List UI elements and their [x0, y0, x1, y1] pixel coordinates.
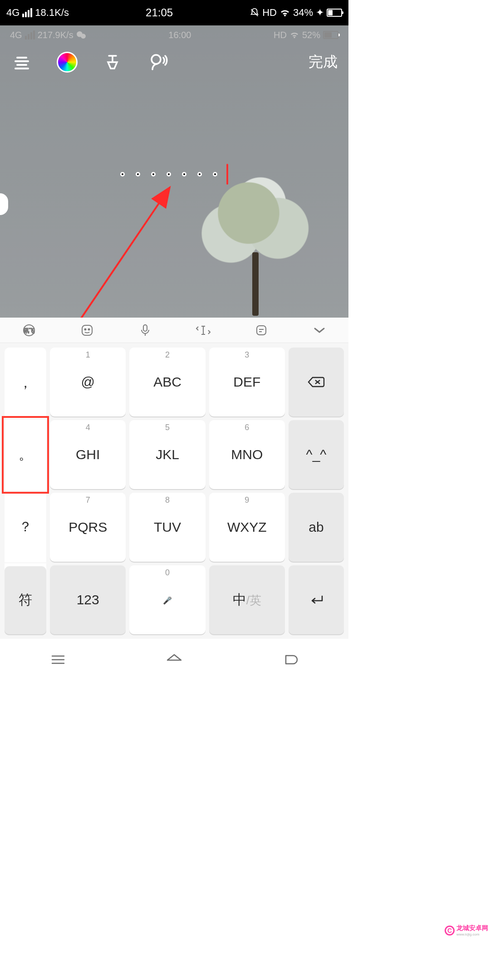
- hd-indicator: HD: [262, 7, 277, 19]
- key-2-abc[interactable]: 2ABC: [129, 348, 205, 416]
- clock: 21:05: [146, 6, 173, 19]
- punctuation-key[interactable]: ，: [5, 348, 46, 419]
- home-button[interactable]: [161, 651, 188, 669]
- wechat-icon: [76, 31, 86, 39]
- svg-rect-10: [82, 325, 92, 335]
- voice-input-button[interactable]: [135, 320, 155, 340]
- backspace-key[interactable]: [289, 348, 344, 416]
- key-9-wxyz[interactable]: 9WXYZ: [209, 493, 285, 562]
- back-button[interactable]: [277, 651, 304, 669]
- inner-battery-percent: 52%: [302, 30, 320, 40]
- svg-point-6: [152, 55, 161, 64]
- inner-battery-icon: [323, 31, 338, 39]
- language-toggle-key[interactable]: 中/英: [209, 565, 285, 634]
- punctuation-key[interactable]: 。: [5, 419, 46, 490]
- emoticon-key[interactable]: ^_^: [289, 420, 344, 489]
- key-3-def[interactable]: 3DEF: [209, 348, 285, 416]
- keyboard-grid: ，。？！ 1@ 2ABC 3DEF 4GHI 5JKL 6MNO ^_^ 7PQ…: [0, 343, 348, 639]
- emoji-panel-button[interactable]: [77, 320, 97, 340]
- font-style-button[interactable]: [102, 51, 123, 73]
- color-picker-button[interactable]: [56, 51, 78, 73]
- svg-point-11: [85, 328, 86, 330]
- enter-key[interactable]: [289, 565, 344, 634]
- key-7-pqrs[interactable]: 7PQRS: [50, 493, 126, 562]
- inner-clock: 16:00: [168, 30, 191, 40]
- network-type: 4G: [6, 7, 20, 19]
- key-5-jkl[interactable]: 5JKL: [129, 420, 205, 489]
- svg-point-1: [81, 34, 86, 39]
- text-to-speech-button[interactable]: [147, 51, 169, 73]
- key-4-ghi[interactable]: 4GHI: [50, 420, 126, 489]
- text-caret: [226, 164, 228, 185]
- app-screenshot: 4G 217.9K/s 16:00 HD 52%: [0, 25, 348, 639]
- ab-key[interactable]: ab: [289, 493, 344, 562]
- color-wheel-icon: [57, 52, 78, 73]
- keyboard-toolbar: 讯飞: [0, 318, 348, 343]
- symbol-key[interactable]: 符: [5, 566, 46, 635]
- ime-keyboard: 讯飞 ，。？！ 1@ 2ABC 3DEF 4GHI 5JKL 6MNO ^_^ …: [0, 318, 348, 639]
- network-speed: 18.1K/s: [35, 7, 69, 19]
- collapse-keyboard-button[interactable]: [309, 320, 329, 340]
- inner-network-speed: 217.9K/s: [38, 30, 74, 40]
- svg-rect-13: [143, 325, 147, 331]
- clipboard-button[interactable]: [251, 320, 271, 340]
- punctuation-key[interactable]: ？: [5, 491, 46, 563]
- numeric-key[interactable]: 123: [50, 565, 126, 634]
- key-1-at[interactable]: 1@: [50, 348, 126, 416]
- cursor-move-button[interactable]: [193, 320, 213, 340]
- signal-icon: [22, 8, 32, 17]
- text-editor-toolbar: 完成: [0, 46, 348, 78]
- inner-network-type: 4G: [10, 30, 22, 40]
- align-button[interactable]: [11, 51, 33, 73]
- typed-characters: [120, 172, 217, 176]
- key-0-space[interactable]: 0🎤: [129, 565, 205, 634]
- inner-status-bar: 4G 217.9K/s 16:00 HD 52%: [0, 25, 348, 44]
- inner-wifi-icon: [289, 31, 299, 39]
- mic-icon: 🎤: [163, 596, 172, 605]
- key-6-mno[interactable]: 6MNO: [209, 420, 285, 489]
- text-input-area[interactable]: [0, 164, 348, 185]
- battery-percent: 34%: [293, 7, 313, 19]
- key-8-tuv[interactable]: 8TUV: [129, 493, 205, 562]
- battery-icon: [327, 9, 342, 17]
- ime-logo-button[interactable]: 讯飞: [19, 320, 39, 340]
- svg-point-12: [88, 328, 90, 330]
- charging-icon: ✦: [316, 7, 324, 19]
- wifi-icon: [279, 8, 290, 17]
- device-status-bar: 4G 18.1K/s 21:05 HD 34% ✦: [0, 0, 348, 25]
- system-nav-bar: [0, 639, 348, 697]
- inner-hd-indicator: HD: [274, 30, 287, 40]
- done-button[interactable]: 完成: [309, 52, 338, 72]
- dnd-icon: [250, 8, 260, 18]
- inner-signal-icon: [25, 30, 35, 39]
- recents-button[interactable]: [44, 651, 72, 669]
- svg-rect-14: [257, 326, 266, 335]
- svg-text:讯飞: 讯飞: [24, 328, 34, 334]
